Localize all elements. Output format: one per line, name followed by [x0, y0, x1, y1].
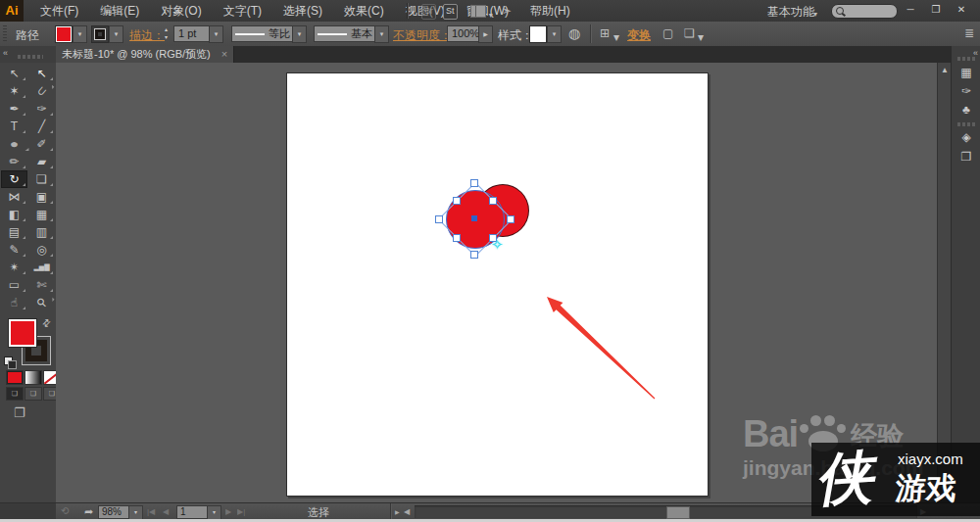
line-segment-tool[interactable]: ╱: [28, 118, 55, 135]
brushes-panel-icon[interactable]: ✑: [955, 83, 978, 100]
document-tab[interactable]: 未标题-10* @ 98% (RGB/预览) ×: [56, 46, 234, 63]
vertical-scrollbar[interactable]: ▲ ▼: [937, 63, 952, 502]
zoom-level-field[interactable]: 98%: [98, 505, 130, 519]
default-fill-stroke-icon[interactable]: [4, 356, 16, 368]
profile-dropdown-button[interactable]: ▾: [292, 25, 307, 43]
blend-tool[interactable]: ◎: [28, 241, 55, 259]
pencil-tool[interactable]: ✏: [1, 153, 27, 170]
export-share-icon[interactable]: ➦: [84, 505, 93, 518]
eyedropper-tool[interactable]: ✎: [1, 241, 27, 259]
stroke-weight-label[interactable]: 描边：: [129, 27, 165, 44]
tools-grip[interactable]: [18, 55, 43, 59]
menu-object[interactable]: 对象(O): [150, 0, 212, 22]
color-button[interactable]: [6, 370, 24, 385]
last-artboard-button[interactable]: ▶|: [237, 507, 245, 516]
draw-behind-button[interactable]: ❏: [24, 387, 42, 401]
layers-panel-icon[interactable]: ◈: [955, 129, 978, 146]
menu-type[interactable]: 文字(T): [213, 0, 272, 22]
stroke-weight-value[interactable]: 1 pt: [173, 25, 213, 42]
artboard-tool[interactable]: ▭: [1, 276, 27, 294]
mesh-tool[interactable]: ▤: [1, 223, 27, 241]
dock-grip[interactable]: [957, 122, 975, 126]
selection-handle[interactable]: [507, 215, 514, 223]
stroke-color-swatch[interactable]: [91, 25, 109, 43]
menu-file[interactable]: 文件(F): [29, 0, 89, 22]
search-input[interactable]: [831, 4, 898, 19]
scale-tool[interactable]: ❏: [28, 170, 55, 188]
hand-tool[interactable]: ☝: [1, 294, 27, 311]
menu-help[interactable]: 帮助(H): [519, 0, 581, 22]
width-profile-select[interactable]: 等比: [231, 25, 294, 42]
gradient-tool[interactable]: ▥: [28, 223, 55, 241]
fill-swatch[interactable]: [8, 318, 37, 348]
artboard-number-field[interactable]: 1: [176, 505, 209, 519]
center-anchor-point[interactable]: [471, 215, 477, 221]
eraser-tool[interactable]: ▰: [28, 153, 55, 170]
blob-brush-tool[interactable]: ✑: [28, 100, 55, 118]
artboard[interactable]: [286, 72, 709, 497]
type-tool[interactable]: T: [1, 118, 27, 135]
perspective-grid-tool[interactable]: ▦: [28, 206, 55, 223]
scroll-up-icon[interactable]: ▲: [940, 66, 950, 74]
isolate-selected-icon[interactable]: ❏: [684, 26, 695, 41]
close-button[interactable]: ✕: [951, 2, 972, 18]
panel-menu-icon[interactable]: ≣: [964, 26, 974, 41]
fill-color-swatch[interactable]: [55, 25, 73, 43]
screen-mode-button[interactable]: ❐: [14, 405, 25, 420]
paintbrush-tool[interactable]: ✐: [28, 135, 55, 153]
isolate-caret-icon[interactable]: ▾: [698, 30, 704, 45]
style-swatch[interactable]: [529, 25, 547, 43]
draw-normal-button[interactable]: ❏: [6, 387, 24, 401]
brush-definition-select[interactable]: 基本: [314, 25, 376, 42]
swatches-panel-icon[interactable]: ▦: [955, 65, 978, 81]
dock-grip[interactable]: [957, 57, 975, 61]
shape-builder-tool[interactable]: ◧: [1, 206, 27, 223]
ellipse-tool[interactable]: ●: [0, 135, 31, 153]
align-caret-icon[interactable]: ▾: [613, 30, 619, 45]
graph-tool[interactable]: ▂▅▇: [28, 259, 55, 276]
first-artboard-button[interactable]: |◀: [147, 507, 155, 516]
align-icon[interactable]: ⊞: [600, 26, 610, 41]
menu-edit[interactable]: 编辑(E): [89, 0, 150, 22]
symbols-panel-icon[interactable]: ♣: [955, 102, 978, 119]
opacity-arrow-button[interactable]: ▶: [478, 25, 493, 43]
selection-handle[interactable]: [470, 179, 478, 187]
tab-close-icon[interactable]: ×: [221, 48, 227, 60]
artboards-panel-icon[interactable]: ❐: [955, 149, 978, 166]
selection-handle[interactable]: [453, 234, 461, 242]
width-tool[interactable]: ⋈: [1, 188, 27, 206]
magic-wand-tool[interactable]: ✶: [1, 82, 27, 100]
horizontal-scroll-thumb[interactable]: [666, 506, 690, 519]
free-transform-tool[interactable]: ▣: [28, 188, 55, 206]
statusbar-flyout-icon[interactable]: ▶: [395, 508, 400, 515]
canvas-area[interactable]: ✧: [56, 63, 937, 502]
opacity-label[interactable]: 不透明度：: [393, 27, 452, 44]
selection-tool[interactable]: ↖: [1, 65, 27, 82]
hscroll-left-icon[interactable]: ◀: [404, 507, 410, 516]
bounding-box-icon[interactable]: ▢: [662, 26, 673, 41]
prev-artboard-button[interactable]: ◀: [163, 507, 169, 516]
swap-fill-stroke-icon[interactable]: ⇄: [39, 316, 53, 330]
menu-select[interactable]: 选择(S): [272, 0, 333, 22]
gradient-button[interactable]: [24, 370, 42, 385]
style-dropdown-button[interactable]: ▾: [547, 25, 562, 43]
restore-button[interactable]: ❐: [925, 2, 947, 18]
artboard-dropdown-button[interactable]: ▾: [207, 505, 221, 520]
stock-icon[interactable]: St: [443, 4, 458, 20]
minimize-button[interactable]: ─: [900, 2, 921, 18]
transform-link[interactable]: 变换: [627, 27, 651, 44]
pen-tool[interactable]: ✒: [1, 100, 27, 118]
menu-effect[interactable]: 效果(C): [333, 0, 395, 22]
tools-collapse-icon[interactable]: «: [3, 48, 8, 58]
selection-handle[interactable]: [470, 251, 478, 259]
workspace-switcher[interactable]: 基本功能: [767, 5, 814, 19]
stroke-weight-stepper[interactable]: ▴▾: [162, 25, 171, 41]
recolor-artwork-icon[interactable]: ◍: [568, 26, 580, 41]
brush-dropdown-button[interactable]: ▾: [374, 25, 389, 43]
bridge-icon[interactable]: Br: [421, 4, 436, 20]
selection-handle[interactable]: [453, 197, 461, 205]
opacity-value[interactable]: 100%: [447, 25, 482, 42]
next-artboard-button[interactable]: ▶: [225, 507, 231, 516]
share-screen-icon[interactable]: ➣: [502, 4, 512, 18]
zoom-dropdown-button[interactable]: ▾: [128, 505, 143, 520]
